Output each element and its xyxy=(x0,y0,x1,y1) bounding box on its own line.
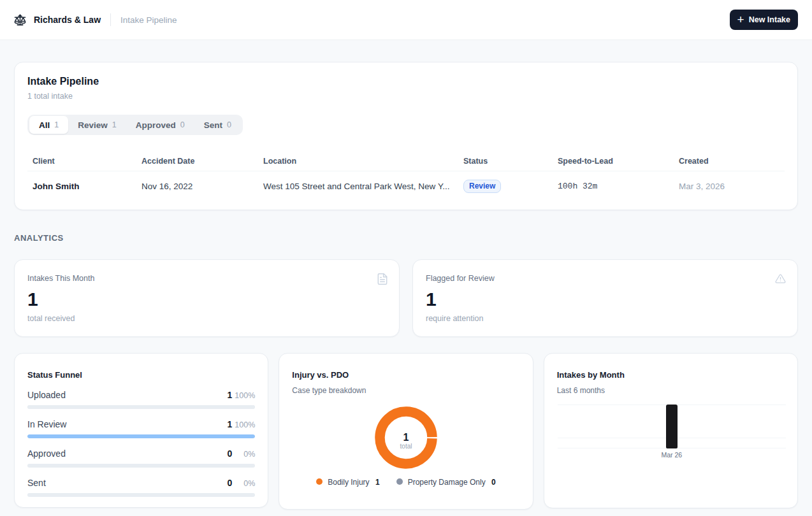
svg-text:1: 1 xyxy=(403,432,409,443)
svg-text:total: total xyxy=(400,443,412,450)
